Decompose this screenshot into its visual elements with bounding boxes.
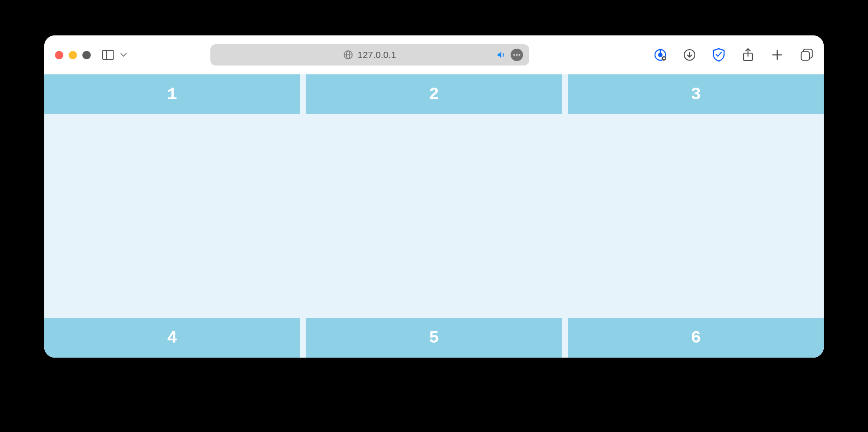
bottom-row: 4 5 6 (44, 318, 824, 358)
close-window-button[interactable] (55, 51, 63, 59)
download-icon (683, 48, 696, 62)
svg-point-6 (516, 54, 518, 56)
shield-check-icon (712, 48, 725, 62)
cell-4: 4 (44, 318, 300, 358)
page-content: 1 2 3 4 5 6 (44, 74, 824, 358)
top-row: 1 2 3 (44, 74, 824, 114)
plus-icon (771, 49, 783, 61)
cell-2: 2 (306, 74, 562, 114)
adblock-button[interactable] (712, 48, 725, 62)
browser-window: 127.0.0.1 (44, 35, 824, 358)
cell-5: 5 (306, 318, 562, 358)
chevron-down-icon (120, 53, 127, 57)
svg-point-5 (513, 54, 515, 56)
svg-point-9 (658, 53, 663, 57)
downloads-button[interactable] (683, 48, 696, 62)
cell-6: 6 (568, 318, 824, 358)
svg-rect-0 (102, 50, 114, 59)
page-settings-button[interactable] (511, 49, 523, 61)
share-icon (742, 48, 754, 62)
toolbar-right (654, 48, 813, 62)
sidebar-icon (102, 50, 114, 60)
address-text: 127.0.0.1 (357, 50, 396, 60)
svg-rect-19 (801, 52, 810, 60)
ellipsis-icon (513, 54, 521, 56)
browser-toolbar: 127.0.0.1 (44, 35, 824, 74)
fullscreen-window-button[interactable] (82, 51, 91, 59)
sound-icon[interactable] (496, 50, 506, 60)
cell-1: 1 (44, 74, 300, 114)
password-manager-icon (654, 48, 667, 62)
svg-point-7 (519, 54, 520, 56)
share-button[interactable] (741, 48, 755, 62)
cell-3: 3 (568, 74, 824, 114)
tab-overview-button[interactable] (800, 48, 813, 62)
address-bar[interactable]: 127.0.0.1 (210, 44, 529, 66)
minimize-window-button[interactable] (69, 51, 77, 59)
new-tab-button[interactable] (771, 48, 784, 62)
sidebar-toggle-button[interactable] (101, 50, 115, 60)
address-content: 127.0.0.1 (343, 50, 396, 60)
password-manager-button[interactable] (654, 48, 667, 62)
address-bar-actions (496, 49, 523, 61)
tabs-icon (800, 48, 813, 62)
globe-icon (343, 50, 353, 60)
svg-rect-12 (663, 58, 665, 60)
tab-dropdown-button[interactable] (120, 51, 127, 59)
window-controls (55, 51, 91, 59)
